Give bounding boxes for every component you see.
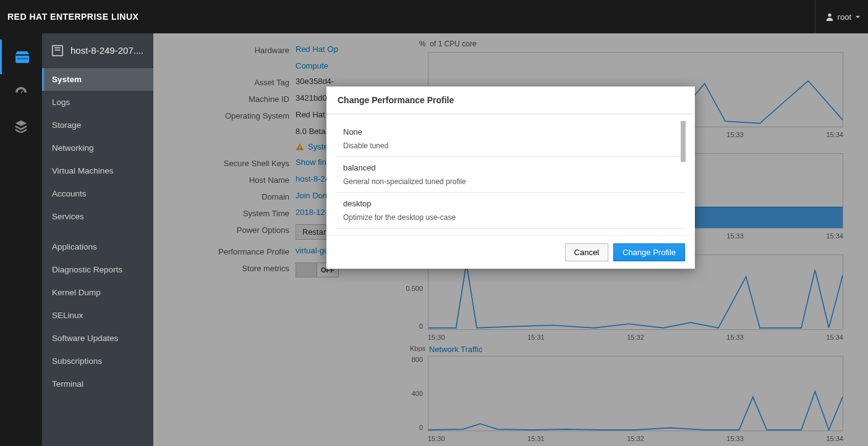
user-name: root bbox=[838, 12, 851, 22]
sidebar-item-system[interactable]: System bbox=[42, 68, 153, 91]
profile-option[interactable]: balancedGeneral non-specialized tuned pr… bbox=[336, 157, 686, 193]
host-icon bbox=[51, 44, 64, 57]
svg-rect-0 bbox=[17, 58, 28, 59]
scrollbar-thumb[interactable] bbox=[681, 121, 686, 162]
user-icon bbox=[825, 12, 834, 21]
content-area: Hardware Red Hat Op Compute Asset Tag 30… bbox=[153, 33, 868, 446]
sidebar-item-selinux[interactable]: SELinux bbox=[42, 304, 153, 327]
brand-title: RED HAT ENTERPRISE LINUX bbox=[7, 12, 138, 22]
profile-list[interactable]: NoneDisable tunedbalancedGeneral non-spe… bbox=[335, 120, 686, 229]
host-header[interactable]: host-8-249-207.... bbox=[42, 33, 153, 68]
change-profile-button[interactable]: Change Profile bbox=[613, 243, 685, 261]
sidebar-item-terminal[interactable]: Terminal bbox=[42, 372, 153, 395]
vtab-dashboard[interactable] bbox=[0, 74, 42, 109]
sidebar-item-kernel-dump[interactable]: Kernel Dump bbox=[42, 281, 153, 304]
profile-name: desktop bbox=[343, 199, 678, 208]
top-bar: RED HAT ENTERPRISE LINUX root bbox=[0, 0, 868, 33]
vertical-tabs bbox=[0, 33, 42, 446]
profile-name: None bbox=[343, 127, 678, 137]
vtab-host[interactable] bbox=[0, 40, 42, 74]
cancel-button[interactable]: Cancel bbox=[565, 243, 608, 261]
vtab-apps[interactable] bbox=[0, 109, 42, 143]
sidebar-item-networking[interactable]: Networking bbox=[42, 137, 153, 159]
profile-option[interactable]: desktopOptimize for the desktop use-case bbox=[336, 193, 686, 229]
user-menu[interactable]: root bbox=[815, 0, 861, 33]
sidebar: host-8-249-207.... SystemLogsStorageNetw… bbox=[42, 33, 153, 446]
sidebar-item-services[interactable]: Services bbox=[42, 205, 153, 228]
chevron-down-icon bbox=[855, 14, 861, 20]
sidebar-item-diagnostic-reports[interactable]: Diagnostic Reports bbox=[42, 258, 153, 281]
stack-icon bbox=[14, 119, 28, 133]
profile-name: balanced bbox=[343, 163, 678, 172]
profile-option[interactable]: NoneDisable tuned bbox=[336, 121, 686, 157]
gauge-icon bbox=[14, 85, 28, 98]
sidebar-item-accounts[interactable]: Accounts bbox=[42, 182, 153, 205]
server-icon bbox=[14, 51, 30, 63]
sidebar-item-applications[interactable]: Applications bbox=[42, 235, 153, 258]
svg-rect-1 bbox=[53, 45, 63, 56]
sidebar-item-subscriptions[interactable]: Subscriptions bbox=[42, 350, 153, 372]
sidebar-item-software-updates[interactable]: Software Updates bbox=[42, 327, 153, 350]
profile-desc: Disable tuned bbox=[343, 141, 388, 150]
profile-desc: Optimize for the desktop use-case bbox=[343, 213, 456, 222]
perf-profile-modal: Change Performance Profile NoneDisable t… bbox=[326, 86, 695, 269]
sidebar-item-virtual-machines[interactable]: Virtual Machines bbox=[42, 159, 153, 182]
profile-desc: General non-specialized tuned profile bbox=[343, 177, 466, 186]
sidebar-item-logs[interactable]: Logs bbox=[42, 91, 153, 114]
modal-title: Change Performance Profile bbox=[326, 86, 695, 114]
host-name-label: host-8-249-207.... bbox=[70, 45, 143, 56]
sidebar-item-storage[interactable]: Storage bbox=[42, 114, 153, 137]
